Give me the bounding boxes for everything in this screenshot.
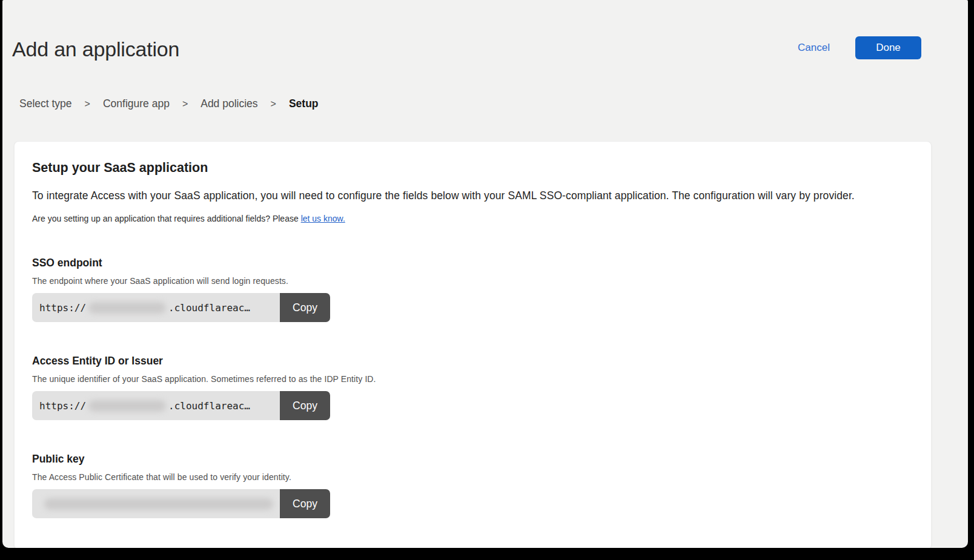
entity-id-copy-button[interactable]: Copy (280, 391, 330, 420)
sso-endpoint-value-prefix: https:// (39, 302, 86, 314)
header-actions: Cancel Done (798, 35, 921, 59)
page-header: Add an application Cancel Done (12, 35, 932, 61)
done-button[interactable]: Done (855, 36, 921, 59)
entity-id-copy-row: https://.cloudflareac… Copy (32, 391, 330, 420)
breadcrumb-step-add-policies[interactable]: Add policies (200, 97, 257, 110)
sso-endpoint-group: SSO endpoint The endpoint where your Saa… (32, 257, 913, 322)
app-window: Add an application Cancel Done Select ty… (2, 0, 968, 548)
page-wrapper: Add an application Cancel Done Select ty… (2, 35, 968, 548)
breadcrumb: Select type > Configure app > Add polici… (19, 97, 932, 110)
sso-endpoint-value-suffix: .cloudflareac… (168, 302, 250, 314)
setup-card: Setup your SaaS application To integrate… (14, 141, 932, 548)
breadcrumb-separator: > (271, 99, 276, 110)
entity-id-description: The unique identifier of your SaaS appli… (32, 374, 913, 384)
breadcrumb-separator: > (182, 99, 188, 110)
entity-id-value: https://.cloudflareac… (32, 391, 280, 420)
breadcrumb-separator: > (85, 99, 90, 110)
page-title: Add an application (12, 35, 179, 61)
sso-endpoint-description: The endpoint where your SaaS application… (32, 276, 913, 286)
sso-endpoint-copy-button[interactable]: Copy (280, 293, 330, 322)
sso-endpoint-label: SSO endpoint (32, 257, 913, 269)
let-us-know-link[interactable]: let us know. (301, 214, 345, 223)
redacted-blur (88, 302, 166, 314)
sso-endpoint-value: https://.cloudflareac… (32, 293, 280, 322)
public-key-copy-row: Copy (32, 489, 330, 518)
redacted-blur (88, 400, 166, 412)
public-key-group: Public key The Access Public Certificate… (32, 453, 913, 518)
redacted-blur (44, 498, 273, 510)
breadcrumb-step-setup: Setup (289, 97, 319, 110)
public-key-value (32, 489, 280, 518)
entity-id-value-suffix: .cloudflareac… (168, 400, 250, 412)
card-heading: Setup your SaaS application (32, 160, 913, 176)
breadcrumb-step-configure-app[interactable]: Configure app (103, 97, 170, 110)
entity-id-group: Access Entity ID or Issuer The unique id… (32, 355, 913, 420)
card-intro-text: To integrate Access with your SaaS appli… (32, 189, 913, 202)
public-key-copy-button[interactable]: Copy (280, 489, 330, 518)
entity-id-label: Access Entity ID or Issuer (32, 355, 913, 367)
public-key-description: The Access Public Certificate that will … (32, 472, 913, 482)
cancel-button[interactable]: Cancel (798, 42, 830, 54)
entity-id-value-prefix: https:// (39, 400, 86, 412)
breadcrumb-step-select-type[interactable]: Select type (19, 97, 72, 110)
public-key-label: Public key (32, 453, 913, 466)
card-note: Are you setting up an application that r… (32, 214, 913, 223)
card-note-text: Are you setting up an application that r… (32, 214, 301, 223)
sso-endpoint-copy-row: https://.cloudflareac… Copy (32, 293, 330, 322)
